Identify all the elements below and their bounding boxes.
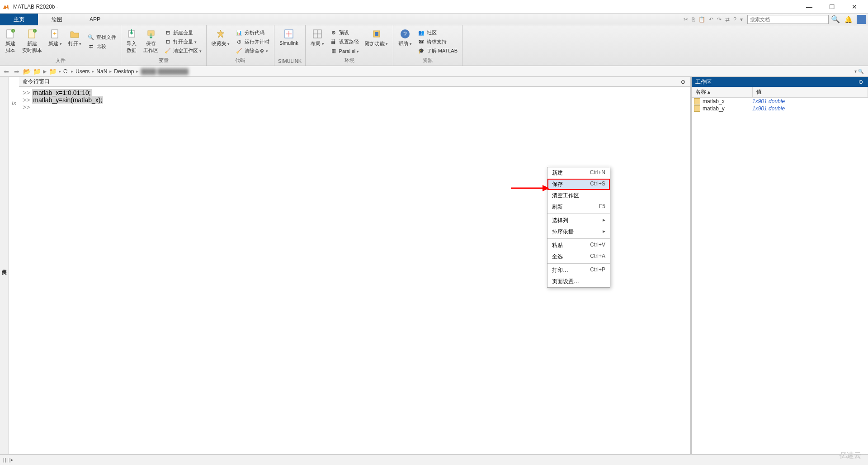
ctx-clear-workspace[interactable]: 清空工作区 — [547, 190, 610, 201]
clear-commands-button[interactable]: 🧹清除命令 — [235, 47, 270, 55]
busy-icon: ||||▸ — [2, 457, 13, 463]
cut-icon[interactable]: ✂ — [684, 16, 688, 23]
new-variable-button[interactable]: ⊞新建变量 — [163, 29, 203, 37]
folder-browse-icon[interactable]: 📁 — [33, 68, 41, 75]
workspace-col-name[interactable]: 名称 ▴ — [692, 87, 753, 97]
crumb-users[interactable]: Users — [75, 68, 90, 75]
switch-icon[interactable]: ⇄ — [725, 16, 730, 23]
help-icon[interactable]: ? — [733, 16, 736, 23]
command-line: >> matlab_x=1:0.01:10; — [23, 89, 687, 96]
clear-workspace-button[interactable]: 🧹清空工作区 — [163, 47, 203, 55]
save-workspace-icon — [146, 28, 156, 39]
ctx-print[interactable]: 打印…Ctrl+P — [547, 265, 610, 276]
workspace-col-value[interactable]: 值 — [753, 87, 868, 97]
window-controls: — ☐ ✕ — [802, 3, 866, 10]
simulink-button[interactable]: Simulink — [278, 28, 300, 57]
current-folder-tab[interactable]: 当前文件夹 — [0, 77, 9, 454]
open-variable-button[interactable]: ⊡打开变量 — [163, 38, 203, 46]
run-time-icon: ⏱ — [236, 38, 243, 46]
ctx-new[interactable]: 新建Ctrl+N — [547, 167, 610, 179]
new-script-button[interactable]: +新建 脚本 — [4, 28, 17, 56]
variable-value: 1x901 double — [752, 98, 785, 104]
crumb-nan[interactable]: NaN — [96, 68, 107, 75]
main-area: 当前文件夹 fx 命令行窗口 ⊙ >> matlab_x=1:0.01:10; … — [0, 77, 868, 454]
panel-dropdown-icon[interactable]: ⊙ — [679, 79, 687, 85]
command-prompt-active[interactable]: >> — [23, 104, 687, 111]
help-button[interactable]: ?帮助 — [397, 28, 413, 56]
address-dropdown-icon[interactable]: ▾ 🔍 — [854, 69, 866, 74]
workspace-dropdown-icon[interactable]: ⊙ — [857, 79, 864, 85]
parallel-button[interactable]: ▥Parallel — [329, 47, 360, 55]
community-button[interactable]: 👥社区 — [417, 29, 458, 37]
open-button[interactable]: 打开 — [67, 28, 83, 56]
workspace-title: 工作区 — [695, 78, 712, 86]
search-input[interactable] — [747, 15, 829, 24]
support-icon: ☎ — [418, 38, 425, 46]
addressbar: ⬅ ➡ 📂 📁 ▸ 📁 ▸ C: ▸ Users ▸ NaN ▸ Desktop… — [0, 66, 868, 77]
find-files-button[interactable]: 🔍查找文件 — [86, 33, 117, 42]
nav-forward-icon[interactable]: ➡ — [13, 68, 21, 75]
run-and-time-button[interactable]: ⏱运行并计时 — [235, 38, 270, 46]
user-avatar[interactable] — [857, 15, 866, 24]
workspace-row[interactable]: matlab_x 1x901 double — [692, 98, 868, 105]
new-live-icon: + — [27, 28, 38, 39]
import-data-button[interactable]: 导入 数据 — [125, 28, 138, 56]
set-path-button[interactable]: 🛤设置路径 — [329, 38, 360, 46]
titlebar: MATLAB R2020b - — ☐ ✕ — [0, 0, 868, 14]
variable-icon — [694, 105, 700, 112]
workspace-row[interactable]: matlab_y 1x901 double — [692, 105, 868, 112]
svg-text:+: + — [34, 29, 36, 33]
new-live-script-button[interactable]: +新建 实时脚本 — [21, 28, 43, 56]
watermark: 亿速云 — [840, 451, 861, 460]
layout-icon — [312, 28, 323, 39]
ctx-refresh[interactable]: 刷新F5 — [547, 201, 610, 213]
redo-icon[interactable]: ↷ — [717, 16, 722, 23]
workspace-body[interactable]: matlab_x 1x901 double matlab_y 1x901 dou… — [692, 98, 868, 454]
clear-cmd-icon: 🧹 — [236, 47, 243, 55]
notifications-icon[interactable]: 🔔 — [842, 16, 854, 23]
variable-value: 1x901 double — [752, 105, 785, 112]
learn-matlab-button[interactable]: 🎓了解 MATLAB — [417, 47, 458, 55]
ctx-select-all[interactable]: 全选Ctrl+A — [547, 251, 610, 262]
search-icon[interactable]: 🔍 — [831, 15, 840, 24]
ctx-select-columns[interactable]: 选择列▸ — [547, 215, 610, 226]
compare-button[interactable]: ⇄比较 — [86, 43, 117, 51]
quick-access-icons: ✂ ⎘ 📋 ↶ ↷ ⇄ ? ▾ — [684, 16, 745, 23]
ctx-save[interactable]: 保存Ctrl+S — [547, 179, 610, 190]
ctx-paste[interactable]: 粘贴Ctrl+V — [547, 240, 610, 251]
new-button[interactable]: +新建 — [47, 28, 63, 56]
crumb-redacted[interactable]: ████ ████████ — [141, 68, 188, 75]
minimize-button[interactable]: — — [802, 3, 816, 10]
community-icon: 👥 — [418, 29, 425, 37]
nav-back-icon[interactable]: ⬅ — [2, 68, 10, 75]
tab-plots[interactable]: 绘图 — [38, 14, 76, 25]
folder-root-icon[interactable]: 📁 — [49, 68, 57, 75]
tab-apps[interactable]: APP — [76, 14, 114, 25]
favorites-icon — [215, 28, 226, 39]
paste-icon[interactable]: 📋 — [698, 16, 705, 23]
save-workspace-button[interactable]: 保存 工作区 — [142, 28, 160, 56]
preferences-button[interactable]: ⚙预设 — [329, 29, 360, 37]
tab-home[interactable]: 主页 — [0, 14, 38, 25]
crumb-drive[interactable]: C: — [63, 68, 69, 75]
layout-button[interactable]: 布局 — [309, 28, 326, 56]
analyze-code-button[interactable]: 📊分析代码 — [235, 29, 270, 37]
maximize-button[interactable]: ☐ — [825, 3, 839, 10]
clear-workspace-icon: 🧹 — [164, 47, 171, 55]
folder-up-icon[interactable]: 📂 — [23, 68, 31, 75]
request-support-button[interactable]: ☎请求支持 — [417, 38, 458, 46]
copy-icon[interactable]: ⎘ — [692, 16, 695, 23]
undo-icon[interactable]: ↶ — [709, 16, 713, 23]
ctx-page-setup[interactable]: 页面设置… — [547, 276, 610, 287]
fx-icon[interactable]: fx — [12, 100, 16, 106]
analyze-icon: 📊 — [236, 29, 243, 37]
dropdown-icon[interactable]: ▾ — [740, 16, 743, 23]
ctx-separator — [547, 263, 610, 264]
crumb-desktop[interactable]: Desktop — [114, 68, 134, 75]
ctx-separator — [547, 214, 610, 214]
addons-button[interactable]: 附加功能 — [363, 28, 390, 56]
close-button[interactable]: ✕ — [848, 3, 861, 10]
ctx-sort-by[interactable]: 排序依据▸ — [547, 226, 610, 237]
favorites-button[interactable]: 收藏夹 — [210, 28, 231, 56]
tool-group-variable: 导入 数据 保存 工作区 ⊞新建变量 ⊡打开变量 🧹清空工作区 变量 — [121, 25, 207, 66]
